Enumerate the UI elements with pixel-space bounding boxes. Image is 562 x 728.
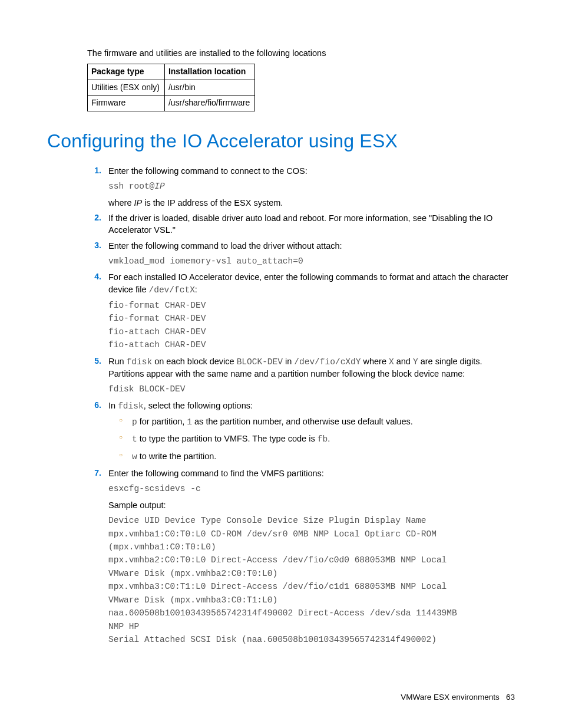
intro-text: The firmware and utilities are installed… [87, 47, 515, 59]
code-block: esxcfg-scsidevs -c [108, 482, 515, 495]
step-5: 5. Run fdisk on each block device BLOCK-… [87, 355, 515, 396]
text: . [328, 434, 330, 443]
code-block: fio-format CHAR-DEV fio-format CHAR-DEV … [108, 299, 515, 352]
table-row: Firmware /usr/share/fio/firmware [88, 95, 255, 111]
table-cell: /usr/bin [164, 80, 254, 95]
text: in [283, 357, 294, 366]
inline-code: p [132, 417, 137, 427]
inline-code: t [132, 434, 137, 444]
inline-code: Y [413, 357, 418, 367]
table-header-row: Package type Installation location [88, 64, 255, 80]
sub-item: w to write the partition. [119, 450, 515, 463]
text: : [195, 285, 197, 294]
step-number: 4. [87, 271, 101, 283]
step-3: 3. Enter the following command to load t… [87, 240, 515, 268]
inline-code: fdisk [118, 401, 144, 411]
inline-code: BLOCK-DEV [237, 357, 283, 367]
document-page: The firmware and utilities are installed… [0, 0, 562, 728]
text: for partition, [137, 417, 187, 426]
code-text: ssh root@ [108, 182, 154, 191]
table-cell: /usr/share/fio/firmware [164, 95, 254, 111]
italic-text: IP [134, 198, 143, 207]
table-row: Utilities (ESX only) /usr/bin [88, 80, 255, 95]
sample-output-label: Sample output: [108, 499, 515, 511]
text: to write the partition. [137, 452, 217, 461]
footer-page-number: 63 [506, 693, 515, 701]
text: , select the following options: [144, 401, 253, 410]
text: Run [108, 357, 127, 366]
step-number: 3. [87, 240, 101, 252]
table-cell: Utilities (ESX only) [88, 80, 165, 95]
table-header: Package type [88, 64, 165, 80]
text: where [108, 198, 134, 207]
text: is the IP address of the ESX system. [142, 198, 283, 207]
step-text: Run fdisk on each block device BLOCK-DEV… [108, 355, 515, 380]
inline-code: w [132, 452, 137, 462]
step-number: 5. [87, 355, 101, 367]
step-1: 1. Enter the following command to connec… [87, 165, 515, 209]
text: where [361, 357, 389, 366]
sample-output: Device UID Device Type Console Device Si… [108, 514, 515, 647]
inline-code: /dev/fio/cXdY [294, 357, 361, 367]
table-cell: Firmware [88, 95, 165, 111]
inline-code: /dev/fctX [149, 285, 195, 295]
package-location-table: Package type Installation location Utili… [87, 64, 255, 111]
step-text: If the driver is loaded, disable driver … [108, 212, 515, 236]
text: as the partition number, and otherwise u… [192, 417, 413, 426]
step-text: Enter the following command to load the … [108, 240, 515, 252]
text: In [108, 401, 118, 410]
inline-code: fb [318, 434, 328, 444]
step-text: For each installed IO Accelerator device… [108, 271, 515, 296]
step-6: 6. In fdisk, select the following option… [87, 400, 515, 463]
table-header: Installation location [164, 64, 254, 80]
section-heading: Configuring the IO Accelerator using ESX [47, 128, 515, 154]
code-block: fdisk BLOCK-DEV [108, 383, 515, 396]
step-text: Enter the following command to find the … [108, 467, 515, 479]
step-number: 2. [87, 212, 101, 224]
inline-code: fdisk [127, 357, 153, 367]
inline-code: 1 [187, 417, 192, 427]
steps-list: 1. Enter the following command to connec… [87, 165, 515, 647]
footer-section: VMWare ESX environments [401, 693, 500, 701]
text: on each block device [152, 357, 236, 366]
page-footer: VMWare ESX environments 63 [401, 692, 515, 703]
code-italic: IP [154, 182, 164, 191]
code-block: vmkload_mod iomemory-vsl auto_attach=0 [108, 255, 515, 268]
inline-code: X [389, 357, 394, 367]
step-7: 7. Enter the following command to find t… [87, 467, 515, 647]
text: to type the partition to VMFS. The type … [137, 434, 318, 443]
code-block: ssh root@IP [108, 180, 515, 193]
step-number: 7. [87, 467, 101, 479]
sub-item: t to type the partition to VMFS. The typ… [119, 433, 515, 445]
step-text: Enter the following command to connect t… [108, 165, 515, 177]
step-4: 4. For each installed IO Accelerator dev… [87, 271, 515, 351]
step-number: 6. [87, 400, 101, 411]
text: and [394, 357, 413, 366]
step-2: 2. If the driver is loaded, disable driv… [87, 212, 515, 236]
step-number: 1. [87, 165, 101, 177]
step-text: In fdisk, select the following options: [108, 400, 515, 412]
sub-item: p for partition, 1 as the partition numb… [119, 416, 515, 428]
sub-list: p for partition, 1 as the partition numb… [119, 416, 515, 463]
step-note: where IP is the IP address of the ESX sy… [108, 197, 515, 209]
